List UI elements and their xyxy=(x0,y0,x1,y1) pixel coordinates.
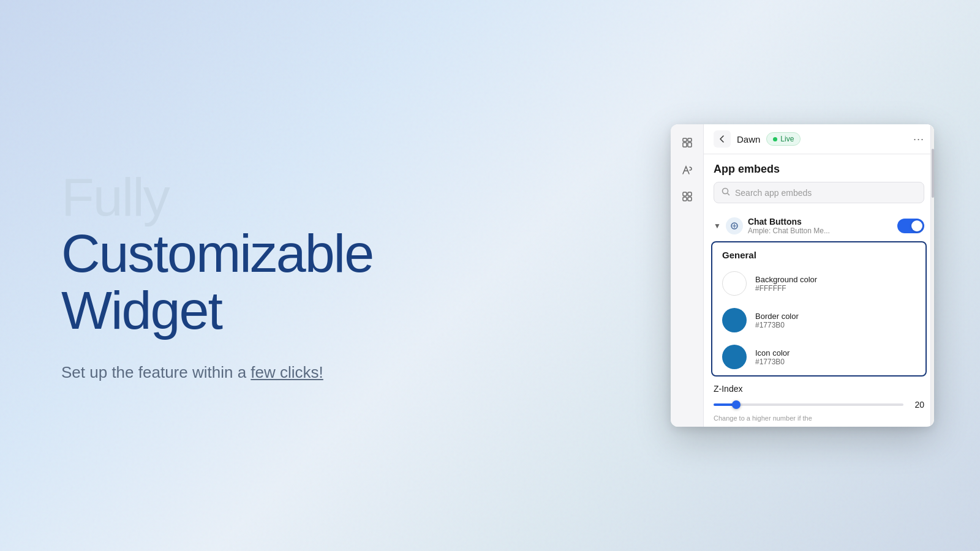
sidebar-apps-icon[interactable] xyxy=(676,186,698,208)
slider-value: 20 xyxy=(910,400,924,410)
slider-track[interactable] xyxy=(714,403,903,406)
svg-point-8 xyxy=(723,189,728,194)
headline-line2: Customizable xyxy=(61,225,612,282)
embed-info: Chat Buttons Ample: Chat Button Me... xyxy=(748,217,892,235)
headline: Fully Customizable Widget xyxy=(61,169,612,339)
background-color-row[interactable]: Background color #FFFFFF xyxy=(712,265,925,302)
headline-line1: Fully xyxy=(61,169,612,225)
chevron-icon[interactable]: ▼ xyxy=(714,222,721,230)
svg-rect-7 xyxy=(688,197,692,201)
mockup-header: Dawn Live ··· xyxy=(704,124,934,154)
page-content: Fully Customizable Widget Set up the fea… xyxy=(0,0,980,551)
embed-icon xyxy=(726,217,743,234)
border-color-swatch xyxy=(722,308,747,332)
svg-rect-0 xyxy=(683,138,687,141)
live-label: Live xyxy=(780,135,794,143)
embed-subtitle: Ample: Chat Button Me... xyxy=(748,227,892,235)
sidebar-sections-icon[interactable] xyxy=(676,132,698,154)
icon-color-row[interactable]: Icon color #1773B0 xyxy=(712,339,925,375)
slider-thumb[interactable] xyxy=(732,400,741,409)
background-color-swatch xyxy=(722,271,747,296)
border-color-info: Border color #1773B0 xyxy=(755,312,799,329)
svg-rect-4 xyxy=(683,192,687,196)
svg-rect-6 xyxy=(683,197,687,201)
svg-rect-3 xyxy=(688,143,692,147)
section-heading: App embeds xyxy=(704,154,934,182)
search-bar[interactable]: Search app embeds xyxy=(714,182,924,203)
icon-color-swatch xyxy=(722,345,747,369)
live-indicator xyxy=(773,137,777,141)
background-color-hex: #FFFFFF xyxy=(755,284,817,293)
sidebar-theme-icon[interactable] xyxy=(676,159,698,181)
toggle-thumb xyxy=(911,220,922,231)
general-title: General xyxy=(712,242,925,265)
search-icon xyxy=(722,187,730,198)
svg-rect-2 xyxy=(683,143,687,147)
app-mockup: Dawn Live ··· App embeds xyxy=(671,124,934,427)
zindex-section: Z-Index 20 xyxy=(704,377,934,412)
theme-name: Dawn xyxy=(737,134,760,144)
scrollbar[interactable] xyxy=(930,124,934,427)
few-clicks-link[interactable]: few clicks! xyxy=(251,363,323,381)
subtitle: Set up the feature within a few clicks! xyxy=(61,363,612,382)
general-panel: General Background color #FFFFFF Bor xyxy=(711,241,927,377)
slider-row: 20 xyxy=(714,400,924,410)
back-button[interactable] xyxy=(714,130,731,148)
left-section: Fully Customizable Widget Set up the fea… xyxy=(0,120,662,431)
embed-row: ▼ Chat Buttons Ample: Chat Button Me... xyxy=(704,211,934,241)
subtitle-prefix: Set up the feature within a xyxy=(61,363,251,381)
embed-title: Chat Buttons xyxy=(748,217,892,227)
svg-rect-1 xyxy=(688,138,692,141)
background-color-info: Background color #FFFFFF xyxy=(755,275,817,293)
background-color-name: Background color xyxy=(755,275,817,284)
mockup-sidebar xyxy=(671,124,704,427)
more-button[interactable]: ··· xyxy=(913,133,924,146)
scrollbar-thumb xyxy=(932,149,934,198)
icon-color-name: Icon color xyxy=(755,348,790,358)
search-placeholder: Search app embeds xyxy=(735,188,812,198)
embed-toggle[interactable] xyxy=(897,219,924,233)
change-hint: Change to a higher number if the xyxy=(704,412,934,427)
mockup-main: Dawn Live ··· App embeds xyxy=(704,124,934,427)
headline-line3: Widget xyxy=(61,282,612,339)
border-color-name: Border color xyxy=(755,312,799,321)
right-section: Dawn Live ··· App embeds xyxy=(662,124,980,427)
icon-color-info: Icon color #1773B0 xyxy=(755,348,790,366)
border-color-hex: #1773B0 xyxy=(755,321,799,329)
border-color-row[interactable]: Border color #1773B0 xyxy=(712,302,925,339)
svg-rect-5 xyxy=(688,192,692,196)
zindex-label: Z-Index xyxy=(714,384,924,394)
live-badge: Live xyxy=(766,132,801,146)
icon-color-hex: #1773B0 xyxy=(755,358,790,366)
